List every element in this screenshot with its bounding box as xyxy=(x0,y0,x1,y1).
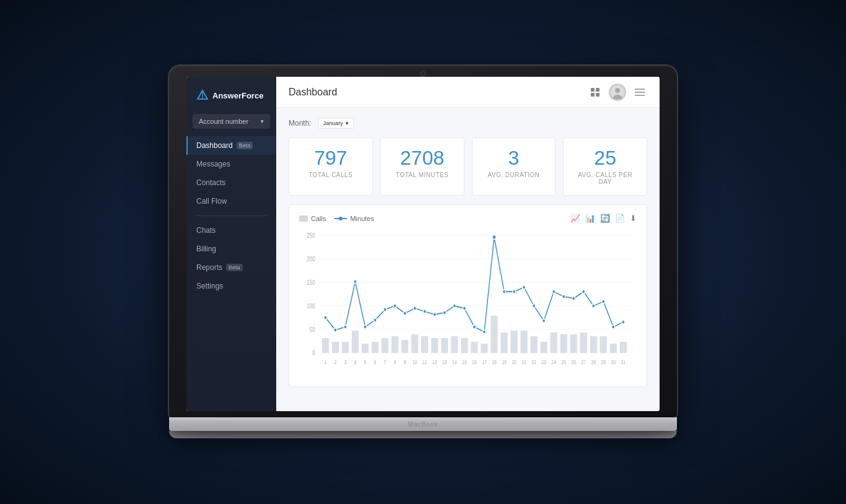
svg-point-80 xyxy=(572,297,575,300)
svg-point-57 xyxy=(344,325,347,329)
svg-text:20: 20 xyxy=(512,359,517,365)
svg-text:22: 22 xyxy=(531,359,536,365)
svg-text:12: 12 xyxy=(432,359,437,365)
svg-point-85 xyxy=(622,320,625,324)
month-dropdown[interactable]: January ▾ xyxy=(318,118,354,129)
svg-rect-53 xyxy=(610,344,617,353)
svg-point-72 xyxy=(492,235,496,240)
svg-text:29: 29 xyxy=(601,359,606,365)
sidebar-item-contacts-label: Contacts xyxy=(196,178,225,187)
stats-row: 797 TOTAL CALLS 2708 TOTAL MINUTES 3 AVG… xyxy=(289,137,647,196)
svg-rect-28 xyxy=(362,344,368,353)
logo-icon xyxy=(196,89,209,102)
minutes-line-legend xyxy=(334,218,347,219)
sidebar-item-reports[interactable]: Reports Beta xyxy=(186,258,276,277)
legend-calls-label: Calls xyxy=(311,215,326,222)
svg-text:2: 2 xyxy=(334,359,337,365)
sidebar-item-chats[interactable]: Chats xyxy=(186,221,276,240)
svg-point-78 xyxy=(552,290,556,293)
svg-rect-41 xyxy=(491,316,497,353)
dashboard-badge: Beta xyxy=(237,142,253,149)
sidebar-item-dashboard-label: Dashboard xyxy=(196,141,233,150)
chart-icon-graph[interactable]: 📈 xyxy=(570,214,580,223)
sidebar-item-callflow-label: Call Flow xyxy=(196,197,227,206)
svg-text:9: 9 xyxy=(404,359,406,365)
svg-point-84 xyxy=(612,325,615,329)
laptop-base xyxy=(169,417,677,431)
svg-point-73 xyxy=(503,290,506,293)
svg-rect-34 xyxy=(421,336,428,353)
grid-icon[interactable] xyxy=(588,85,603,100)
screen-content: AnswerForce Account number ▾ Dashboard B… xyxy=(186,77,660,411)
chart-svg: 250 200 150 100 50 0 xyxy=(299,229,637,378)
topbar-actions xyxy=(588,84,647,101)
svg-point-69 xyxy=(463,306,466,310)
sidebar-item-reports-label: Reports xyxy=(196,263,222,272)
sidebar-item-billing-label: Billing xyxy=(196,245,216,253)
svg-text:30: 30 xyxy=(611,359,616,365)
chart-icon-refresh[interactable]: 🔄 xyxy=(600,214,610,223)
svg-text:14: 14 xyxy=(452,359,457,365)
svg-point-59 xyxy=(364,325,367,329)
dashboard-body: Month: January ▾ 797 TOTAL CALLS 2708 xyxy=(276,108,660,411)
svg-rect-26 xyxy=(342,342,349,353)
svg-point-71 xyxy=(483,330,486,334)
svg-rect-5 xyxy=(596,93,600,97)
chart-area: 250 200 150 100 50 0 xyxy=(299,229,637,378)
stat-card-duration: 3 AVG. DURATION xyxy=(472,137,556,196)
svg-point-58 xyxy=(354,280,357,284)
svg-point-77 xyxy=(543,319,546,323)
svg-text:19: 19 xyxy=(502,359,507,365)
screen-bezel: AnswerForce Account number ▾ Dashboard B… xyxy=(169,66,677,417)
svg-rect-37 xyxy=(451,336,458,353)
sidebar-item-dashboard[interactable]: Dashboard Beta xyxy=(186,136,276,155)
stat-value-duration: 3 xyxy=(485,148,543,168)
svg-rect-46 xyxy=(541,342,547,353)
sidebar-item-settings[interactable]: Settings xyxy=(186,277,276,295)
svg-rect-39 xyxy=(471,342,478,353)
stat-label-calls: TOTAL CALLS xyxy=(302,172,360,178)
svg-rect-36 xyxy=(441,338,448,353)
svg-text:26: 26 xyxy=(571,359,576,365)
reports-badge: Beta xyxy=(226,264,243,271)
svg-point-63 xyxy=(403,311,406,315)
svg-rect-47 xyxy=(551,332,557,353)
svg-text:3: 3 xyxy=(344,359,347,365)
user-avatar[interactable] xyxy=(609,84,626,101)
svg-text:50: 50 xyxy=(310,326,315,333)
sidebar-item-messages[interactable]: Messages xyxy=(186,155,276,173)
sidebar-item-contacts[interactable]: Contacts xyxy=(186,173,276,192)
legend-calls: Calls xyxy=(299,215,326,222)
chart-icon-export[interactable]: 📄 xyxy=(615,214,625,223)
sidebar-item-callflow[interactable]: Call Flow xyxy=(186,192,276,211)
stat-card-minutes: 2708 TOTAL MINUTES xyxy=(380,137,464,196)
stat-value-minutes: 2708 xyxy=(393,148,451,168)
svg-point-61 xyxy=(383,308,386,311)
calls-bar-legend xyxy=(299,215,308,222)
svg-point-65 xyxy=(423,310,426,313)
svg-text:15: 15 xyxy=(462,359,467,365)
svg-rect-38 xyxy=(461,338,468,353)
account-selector[interactable]: Account number ▾ xyxy=(193,114,270,129)
svg-rect-32 xyxy=(401,340,408,353)
stat-label-avg-calls: AVG. CALLS PER DAY xyxy=(576,172,634,185)
svg-text:23: 23 xyxy=(541,359,546,365)
svg-point-79 xyxy=(562,295,565,298)
svg-point-66 xyxy=(433,313,436,316)
sidebar-item-billing[interactable]: Billing xyxy=(186,240,276,258)
svg-text:31: 31 xyxy=(621,359,626,365)
svg-text:1: 1 xyxy=(325,359,327,365)
svg-rect-4 xyxy=(591,93,595,97)
menu-icon[interactable] xyxy=(632,85,647,100)
chart-icon-download[interactable]: ⬇ xyxy=(630,214,637,223)
svg-rect-52 xyxy=(600,336,607,353)
month-label: Month: xyxy=(289,119,312,128)
chart-icon-bar[interactable]: 📊 xyxy=(585,214,595,223)
nav-divider xyxy=(196,215,266,216)
svg-point-55 xyxy=(324,316,327,319)
svg-rect-27 xyxy=(352,331,359,353)
svg-rect-51 xyxy=(590,336,597,353)
account-selector-label: Account number xyxy=(199,118,248,125)
svg-point-74 xyxy=(513,290,516,293)
logo-area: AnswerForce xyxy=(186,77,276,111)
